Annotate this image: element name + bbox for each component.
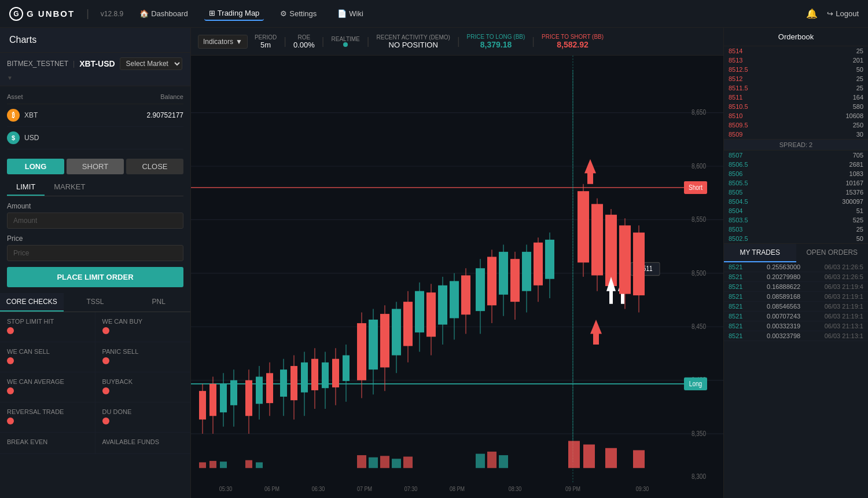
nav-wiki-label: Wiki bbox=[349, 9, 363, 18]
bid-row-8: 8503 25 bbox=[724, 225, 868, 234]
nav-trading-map[interactable]: ⊞ Trading Map bbox=[204, 6, 264, 21]
tab-market[interactable]: MARKET bbox=[45, 179, 94, 196]
short-button[interactable]: SHORT bbox=[67, 159, 124, 174]
order-form: Amount Price PLACE LIMIT ORDER bbox=[0, 196, 190, 293]
notification-bell-icon[interactable]: 🔔 bbox=[806, 8, 818, 19]
svg-text:8,650: 8,650 bbox=[692, 108, 706, 116]
trade-qty-4: 0.08546563 bbox=[767, 303, 800, 310]
ask-row-7: 8510 10608 bbox=[724, 111, 868, 120]
svg-rect-119 bbox=[392, 459, 401, 468]
place-order-button[interactable]: PLACE LIMIT ORDER bbox=[7, 267, 183, 287]
check-reversal-trade: REVERSAL TRADE bbox=[0, 402, 95, 433]
tab-my-trades[interactable]: MY TRADES bbox=[724, 244, 796, 262]
check-we-can-sell: WE CAN SELL bbox=[0, 342, 95, 372]
bid-row-6: 8504 51 bbox=[724, 206, 868, 215]
tab-core-checks[interactable]: CORE CHECKS bbox=[0, 293, 64, 312]
nav-settings-label: Settings bbox=[289, 9, 317, 18]
trade-qty-3: 0.08589168 bbox=[767, 293, 800, 300]
amount-input[interactable] bbox=[7, 213, 183, 229]
svg-rect-91 bbox=[522, 252, 531, 291]
roe-item: ROE 0.00% bbox=[293, 34, 315, 49]
ask-price-6: 8510.5 bbox=[729, 103, 748, 110]
grid-icon: ⊞ bbox=[209, 9, 215, 17]
charts-title: Charts bbox=[9, 35, 36, 45]
svg-text:07:30: 07:30 bbox=[404, 485, 418, 492]
trade-time-1: 06/03 21:26:5 bbox=[825, 273, 863, 280]
bid-row-1: 8506.5 2681 bbox=[724, 160, 868, 169]
tab-limit[interactable]: LIMIT bbox=[7, 179, 45, 196]
nav-settings[interactable]: ⚙ Settings bbox=[275, 7, 321, 20]
svg-rect-61 bbox=[343, 356, 350, 381]
check-buyback-dot bbox=[102, 387, 109, 394]
bid-row-4: 8505 15376 bbox=[724, 188, 868, 197]
svg-text:08 PM: 08 PM bbox=[450, 485, 465, 492]
trade-time-0: 06/03 21:26:5 bbox=[825, 263, 863, 270]
ask-row-9: 8509 30 bbox=[724, 130, 868, 139]
indicators-button[interactable]: Indicators ▼ bbox=[198, 35, 248, 49]
long-button[interactable]: LONG bbox=[7, 159, 64, 174]
nav-separator: | bbox=[86, 8, 89, 20]
trade-time-6: 06/03 21:13:1 bbox=[825, 323, 863, 329]
check-break-even: BREAK EVEN bbox=[0, 433, 95, 454]
nav-dashboard[interactable]: 🏠 Dashboard bbox=[135, 7, 193, 20]
right-panel: Orderbook 8514 25 8513 201 8512.5 50 851… bbox=[723, 28, 868, 498]
svg-rect-45 bbox=[256, 377, 263, 404]
bid-price-7: 8503.5 bbox=[729, 217, 748, 224]
price-short-value: 8,582.92 bbox=[557, 40, 589, 49]
trade-time-7: 06/03 21:13:1 bbox=[825, 332, 863, 339]
price-input[interactable] bbox=[7, 245, 183, 261]
svg-rect-125 bbox=[583, 445, 595, 468]
chart-wrapper: 8,650 8,600 8,550 8,500 8,450 8,400 8,35… bbox=[191, 56, 723, 498]
svg-text:8,600: 8,600 bbox=[692, 162, 706, 170]
sep1: | bbox=[284, 35, 286, 47]
select-market-dropdown[interactable]: Select Market bbox=[120, 57, 182, 70]
logout-icon: ↪ bbox=[827, 9, 833, 18]
ask-size-7: 10608 bbox=[845, 112, 863, 119]
ask-row-4: 8511.5 25 bbox=[724, 83, 868, 93]
trade-time-5: 06/03 21:19:1 bbox=[825, 313, 863, 320]
tab-open-orders[interactable]: OPEN ORDERS bbox=[796, 244, 869, 262]
ask-size-8: 250 bbox=[853, 122, 863, 129]
logout-label: Logout bbox=[836, 9, 859, 18]
bid-row-3: 8505.5 10167 bbox=[724, 178, 868, 188]
check-buyback-label: BUYBACK bbox=[102, 378, 184, 385]
check-reversal-trade-dot bbox=[7, 418, 14, 424]
svg-rect-126 bbox=[605, 448, 617, 468]
nav-wiki[interactable]: 📄 Wiki bbox=[333, 7, 368, 20]
svg-rect-114 bbox=[245, 460, 252, 468]
tab-pnl[interactable]: PNL bbox=[127, 293, 190, 312]
ask-size-6: 580 bbox=[853, 103, 863, 110]
svg-rect-69 bbox=[392, 309, 401, 355]
sidebar: Charts BITMEX_TESTNET | XBT-USD Select M… bbox=[0, 28, 191, 498]
svg-text:8,550: 8,550 bbox=[692, 215, 706, 223]
check-we-can-sell-dot bbox=[7, 357, 14, 364]
ask-row-2: 8512.5 50 bbox=[724, 65, 868, 74]
bid-price-9: 8502.5 bbox=[729, 235, 748, 242]
svg-rect-77 bbox=[438, 285, 447, 325]
svg-text:06 PM: 06 PM bbox=[264, 485, 279, 492]
roe-value: 0.00% bbox=[293, 41, 315, 49]
svg-rect-101 bbox=[591, 204, 603, 275]
asset-info-xbt: ₿ XBT bbox=[7, 109, 38, 122]
svg-rect-123 bbox=[499, 455, 508, 468]
check-du-done-label: DU DONE bbox=[102, 408, 184, 415]
logout-button[interactable]: ↪ Logout bbox=[827, 9, 859, 18]
checks-tabs: CORE CHECKS TSSL PNL bbox=[0, 293, 190, 312]
svg-text:8,350: 8,350 bbox=[692, 430, 706, 437]
svg-rect-89 bbox=[510, 259, 520, 302]
asset-col-header: Asset bbox=[7, 93, 23, 100]
price-short-item: PRICE TO SHORT (BB) 8,582.92 bbox=[542, 34, 604, 49]
tab-tssl[interactable]: TSSL bbox=[64, 293, 127, 312]
close-button[interactable]: CLOSE bbox=[126, 159, 183, 174]
price-label: Price bbox=[7, 235, 183, 243]
check-we-can-average-label: WE CAN AVERAGE bbox=[7, 378, 88, 385]
svg-rect-115 bbox=[256, 462, 263, 468]
price-long-item: PRICE TO LONG (BB) 8,379.18 bbox=[467, 34, 525, 49]
chart-area: Indicators ▼ PERIOD 5m | ROE 0.00% | REA… bbox=[191, 28, 723, 498]
logo: G G UNBOT bbox=[9, 7, 75, 21]
trade-price-5: 8521 bbox=[729, 313, 742, 320]
bid-row-5: 8504.5 300097 bbox=[724, 197, 868, 206]
version-label: v12.8.9 bbox=[101, 10, 123, 18]
svg-rect-103 bbox=[605, 215, 617, 286]
xbt-balance: 2.90752177 bbox=[147, 111, 183, 119]
